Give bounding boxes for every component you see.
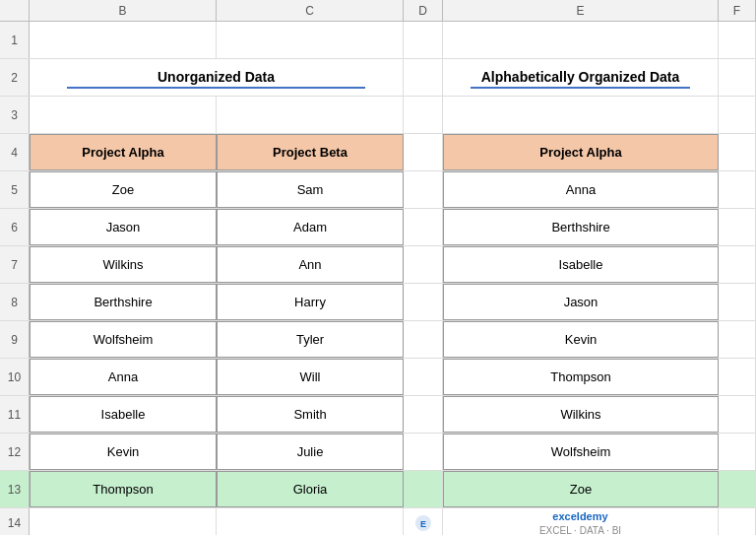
row-num-7: 7 (0, 246, 30, 283)
cell-f4[interactable] (719, 134, 756, 170)
cell-e11[interactable]: Wilkins (443, 396, 719, 433)
title-underline-left (67, 87, 365, 89)
cell-f7[interactable] (719, 246, 756, 283)
header-alpha[interactable]: Project Alpha (30, 134, 217, 170)
cell-e1[interactable] (443, 22, 719, 58)
col-header-b[interactable]: B (30, 0, 217, 21)
cell-f10[interactable] (719, 359, 756, 395)
cell-d4[interactable] (404, 134, 443, 170)
cell-d10[interactable] (404, 359, 443, 395)
cell-c6[interactable]: Adam (217, 209, 404, 245)
row-6: 6 Jason Adam Berthshire (0, 209, 756, 246)
row-num-1: 1 (0, 22, 30, 58)
watermark: E (414, 514, 432, 532)
cell-f12[interactable] (719, 434, 756, 470)
cell-c12[interactable]: Julie (217, 434, 404, 470)
cell-c5[interactable]: Sam (217, 171, 404, 208)
cell-f14[interactable] (719, 508, 756, 535)
cell-c11[interactable]: Smith (217, 396, 404, 433)
cell-d1[interactable] (404, 22, 443, 58)
cell-b14[interactable] (30, 508, 217, 535)
cell-c14[interactable] (217, 508, 404, 535)
cell-c9[interactable]: Tyler (217, 321, 404, 358)
cell-e13[interactable]: Zoe (443, 471, 719, 507)
cell-f13[interactable] (719, 471, 756, 507)
row-2: 2 Unorganized Data Alphabetically Organi… (0, 59, 756, 97)
header-beta[interactable]: Project Beta (217, 134, 404, 170)
cell-d13[interactable] (404, 471, 443, 507)
row-num-5: 5 (0, 171, 30, 208)
cell-e7[interactable]: Isabelle (443, 246, 719, 283)
cell-c8[interactable]: Harry (217, 284, 404, 320)
cell-c13[interactable]: Gloria (217, 471, 404, 507)
title-underline-right (471, 87, 690, 89)
cell-d12[interactable] (404, 434, 443, 470)
cell-b8[interactable]: Berthshire (30, 284, 217, 320)
cell-d2[interactable] (404, 59, 443, 96)
cell-d6[interactable] (404, 209, 443, 245)
cell-b1[interactable] (30, 22, 217, 58)
cell-e9[interactable]: Kevin (443, 321, 719, 358)
cell-d8[interactable] (404, 284, 443, 320)
cell-b7[interactable]: Wilkins (30, 246, 217, 283)
row-num-14: 14 (0, 508, 30, 535)
cell-f6[interactable] (719, 209, 756, 245)
exceldemy-logo: E (414, 514, 432, 532)
row-num-12: 12 (0, 434, 30, 470)
cell-d14[interactable]: E (404, 508, 443, 535)
cell-e5[interactable]: Anna (443, 171, 719, 208)
cell-d9[interactable] (404, 321, 443, 358)
cell-f5[interactable] (719, 171, 756, 208)
cell-f9[interactable] (719, 321, 756, 358)
cell-f2[interactable] (719, 59, 756, 96)
cell-d3[interactable] (404, 97, 443, 133)
cell-e10[interactable]: Thompson (443, 359, 719, 395)
col-header-d[interactable]: D (404, 0, 443, 21)
cell-f3[interactable] (719, 97, 756, 133)
cell-e2[interactable]: Alphabetically Organized Data (443, 59, 719, 96)
row-num-2: 2 (0, 59, 30, 96)
cell-c3[interactable] (217, 97, 404, 133)
cell-e3[interactable] (443, 97, 719, 133)
col-header-c[interactable]: C (217, 0, 404, 21)
col-header-e[interactable]: E (443, 0, 719, 21)
cell-d5[interactable] (404, 171, 443, 208)
cell-b13[interactable]: Thompson (30, 471, 217, 507)
cell-e12[interactable]: Wolfsheim (443, 434, 719, 470)
unorganized-title: Unorganized Data (158, 69, 275, 85)
cell-b10[interactable]: Anna (30, 359, 217, 395)
row-10: 10 Anna Will Thompson (0, 359, 756, 396)
organized-title: Alphabetically Organized Data (481, 69, 680, 85)
row-num-9: 9 (0, 321, 30, 358)
row-14: 14 E exceldemy EXCEL · DATA · BI (0, 508, 756, 535)
row-13: 13 Thompson Gloria Zoe (0, 471, 756, 508)
cell-c7[interactable]: Ann (217, 246, 404, 283)
cell-c1[interactable] (217, 22, 404, 58)
cell-b2[interactable]: Unorganized Data (30, 59, 404, 96)
cell-b5[interactable]: Zoe (30, 171, 217, 208)
cell-d7[interactable] (404, 246, 443, 283)
header-organized-alpha[interactable]: Project Alpha (443, 134, 719, 170)
cell-b3[interactable] (30, 97, 217, 133)
cell-b6[interactable]: Jason (30, 209, 217, 245)
cell-f11[interactable] (719, 396, 756, 433)
row-num-13: 13 (0, 471, 30, 507)
cell-f1[interactable] (719, 22, 756, 58)
cell-f8[interactable] (719, 284, 756, 320)
row-5: 5 Zoe Sam Anna (0, 171, 756, 209)
cell-d11[interactable] (404, 396, 443, 433)
col-header-f[interactable]: F (719, 0, 756, 21)
row-8: 8 Berthshire Harry Jason (0, 284, 756, 321)
cell-b9[interactable]: Wolfsheim (30, 321, 217, 358)
row-11: 11 Isabelle Smith Wilkins (0, 396, 756, 434)
cell-c10[interactable]: Will (217, 359, 404, 395)
cell-b12[interactable]: Kevin (30, 434, 217, 470)
row-1: 1 (0, 22, 756, 59)
cell-e14[interactable]: exceldemy EXCEL · DATA · BI (443, 508, 719, 535)
row-num-6: 6 (0, 209, 30, 245)
cell-e8[interactable]: Jason (443, 284, 719, 320)
cell-b11[interactable]: Isabelle (30, 396, 217, 433)
cell-e6[interactable]: Berthshire (443, 209, 719, 245)
row-num-3: 3 (0, 97, 30, 133)
column-headers: B C D E F (0, 0, 756, 22)
